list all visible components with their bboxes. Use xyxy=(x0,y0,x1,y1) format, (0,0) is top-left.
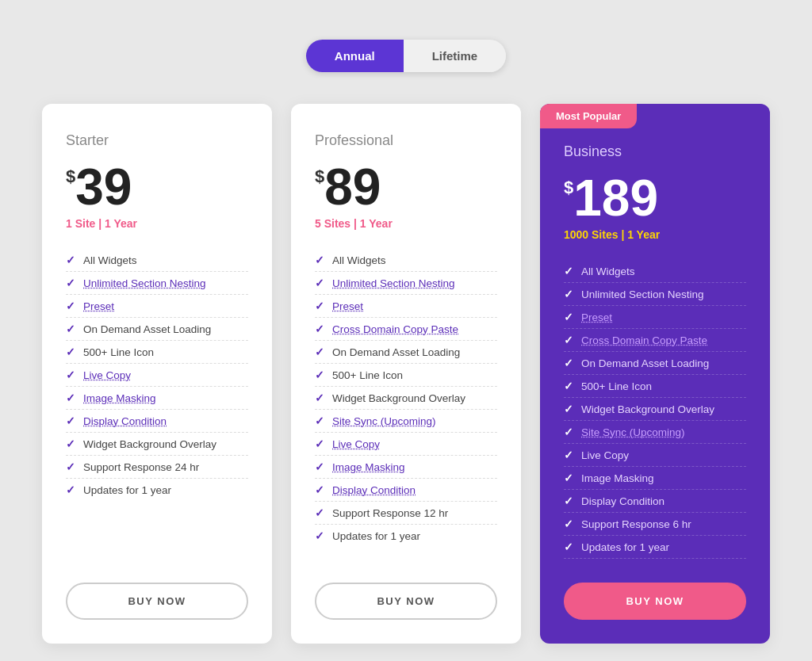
feature-text[interactable]: Unlimited Section Nesting xyxy=(83,277,206,289)
feature-item: ✓ 500+ Line Icon xyxy=(564,375,746,398)
feature-text[interactable]: Site Sync (Upcoming) xyxy=(581,426,685,438)
check-icon: ✓ xyxy=(564,265,573,277)
feature-item[interactable]: ✓ Image Masking xyxy=(315,456,497,479)
feature-text: All Widgets xyxy=(332,254,386,266)
feature-text: Widget Background Overlay xyxy=(332,392,465,404)
feature-text[interactable]: Image Masking xyxy=(83,392,156,404)
feature-item[interactable]: ✓ Display Condition xyxy=(66,410,248,433)
price-currency-starter: $ xyxy=(66,166,75,187)
buy-button-starter[interactable]: BUY NOW xyxy=(66,583,248,620)
feature-text[interactable]: Cross Domain Copy Paste xyxy=(581,334,707,346)
price-row-business: $ 189 xyxy=(564,173,746,224)
feature-item[interactable]: ✓ Live Copy xyxy=(315,433,497,456)
feature-item[interactable]: ✓ Cross Domain Copy Paste xyxy=(564,329,746,352)
feature-item: ✓ Widget Background Overlay xyxy=(564,398,746,421)
check-icon: ✓ xyxy=(66,483,75,496)
buy-button-business[interactable]: BUY NOW xyxy=(564,583,746,620)
feature-item: ✓ On Demand Asset Loading xyxy=(315,341,497,364)
feature-item[interactable]: ✓ Display Condition xyxy=(315,479,497,502)
feature-item[interactable]: ✓ Unlimited Section Nesting xyxy=(66,272,248,295)
feature-item[interactable]: ✓ Unlimited Section Nesting xyxy=(315,272,497,295)
feature-item[interactable]: ✓ Site Sync (Upcoming) xyxy=(315,410,497,433)
feature-text[interactable]: Cross Domain Copy Paste xyxy=(332,323,458,335)
check-icon: ✓ xyxy=(564,518,573,530)
feature-text[interactable]: Live Copy xyxy=(332,438,380,450)
annual-tab[interactable]: Annual xyxy=(306,40,404,72)
feature-text[interactable]: Site Sync (Upcoming) xyxy=(332,415,436,427)
feature-item[interactable]: ✓ Preset xyxy=(315,295,497,318)
check-icon: ✓ xyxy=(564,472,573,484)
check-icon: ✓ xyxy=(315,369,324,381)
feature-item[interactable]: ✓ Preset xyxy=(564,306,746,329)
feature-text: Image Masking xyxy=(581,472,654,484)
check-icon: ✓ xyxy=(315,506,324,519)
feature-text: 500+ Line Icon xyxy=(332,369,403,381)
feature-item: ✓ Updates for 1 year xyxy=(564,536,746,559)
feature-item[interactable]: ✓ Image Masking xyxy=(66,387,248,410)
lifetime-tab[interactable]: Lifetime xyxy=(404,40,507,72)
price-row-starter: $ 39 xyxy=(66,162,248,212)
plan-name-starter: Starter xyxy=(66,132,248,149)
check-icon: ✓ xyxy=(315,460,324,473)
feature-text[interactable]: Preset xyxy=(581,311,612,323)
feature-text: On Demand Asset Loading xyxy=(332,346,460,358)
check-icon: ✓ xyxy=(66,415,75,427)
check-icon: ✓ xyxy=(66,392,75,404)
feature-item: ✓ Live Copy xyxy=(564,444,746,467)
feature-item: ✓ Widget Background Overlay xyxy=(66,433,248,456)
feature-item: ✓ On Demand Asset Loading xyxy=(564,352,746,375)
check-icon: ✓ xyxy=(315,346,324,358)
check-icon: ✓ xyxy=(564,495,573,507)
feature-item: ✓ Unlimited Section Nesting xyxy=(564,283,746,306)
plan-name-professional: Professional xyxy=(315,132,497,149)
price-period-starter: 1 Site | 1 Year xyxy=(66,217,248,230)
check-icon: ✓ xyxy=(315,437,324,450)
check-icon: ✓ xyxy=(564,288,573,300)
check-icon: ✓ xyxy=(66,323,75,335)
feature-item: ✓ On Demand Asset Loading xyxy=(66,318,248,341)
check-icon: ✓ xyxy=(315,483,324,496)
feature-text[interactable]: Display Condition xyxy=(83,415,167,427)
feature-item[interactable]: ✓ Preset xyxy=(66,295,248,318)
check-icon: ✓ xyxy=(315,415,324,427)
plan-name-business: Business xyxy=(564,143,746,160)
feature-item: ✓ Support Response 6 hr xyxy=(564,513,746,536)
check-icon: ✓ xyxy=(66,346,75,358)
price-period-business: 1000 Sites | 1 Year xyxy=(564,228,746,241)
feature-text: Widget Background Overlay xyxy=(581,403,714,415)
feature-item[interactable]: ✓ Cross Domain Copy Paste xyxy=(315,318,497,341)
most-popular-badge: Most Popular xyxy=(540,104,637,128)
feature-text: 500+ Line Icon xyxy=(83,346,154,358)
feature-text: Unlimited Section Nesting xyxy=(581,288,704,300)
feature-item[interactable]: ✓ Site Sync (Upcoming) xyxy=(564,421,746,444)
feature-item: ✓ Support Response 12 hr xyxy=(315,502,497,525)
feature-text: Updates for 1 year xyxy=(581,541,669,553)
buy-button-professional[interactable]: BUY NOW xyxy=(315,583,497,620)
feature-item: ✓ Support Response 24 hr xyxy=(66,456,248,479)
feature-text: Widget Background Overlay xyxy=(83,438,216,450)
feature-item: ✓ 500+ Line Icon xyxy=(66,341,248,364)
price-currency-business: $ xyxy=(564,178,573,198)
check-icon: ✓ xyxy=(564,357,573,369)
check-icon: ✓ xyxy=(315,277,324,289)
plan-card-business: Most PopularBusiness $ 189 1000 Sites | … xyxy=(540,104,770,644)
check-icon: ✓ xyxy=(66,300,75,312)
feature-text[interactable]: Preset xyxy=(83,300,114,312)
feature-text: Updates for 1 year xyxy=(83,484,171,496)
check-icon: ✓ xyxy=(315,323,324,335)
feature-text[interactable]: Unlimited Section Nesting xyxy=(332,277,455,289)
billing-toggle: Annual Lifetime xyxy=(306,40,506,72)
check-icon: ✓ xyxy=(564,449,573,461)
feature-item[interactable]: ✓ Live Copy xyxy=(66,364,248,387)
feature-text[interactable]: Preset xyxy=(332,300,363,312)
feature-text[interactable]: Image Masking xyxy=(332,461,405,473)
feature-item: ✓ All Widgets xyxy=(564,260,746,283)
check-icon: ✓ xyxy=(66,254,75,266)
page-wrapper: Annual Lifetime Starter $ 39 1 Site | 1 … xyxy=(16,16,796,661)
feature-text[interactable]: Live Copy xyxy=(83,369,131,381)
feature-item: ✓ Image Masking xyxy=(564,467,746,490)
feature-text[interactable]: Display Condition xyxy=(332,484,416,496)
feature-text: Support Response 12 hr xyxy=(332,507,448,519)
feature-text: Support Response 6 hr xyxy=(581,518,691,530)
feature-item: ✓ Widget Background Overlay xyxy=(315,387,497,410)
